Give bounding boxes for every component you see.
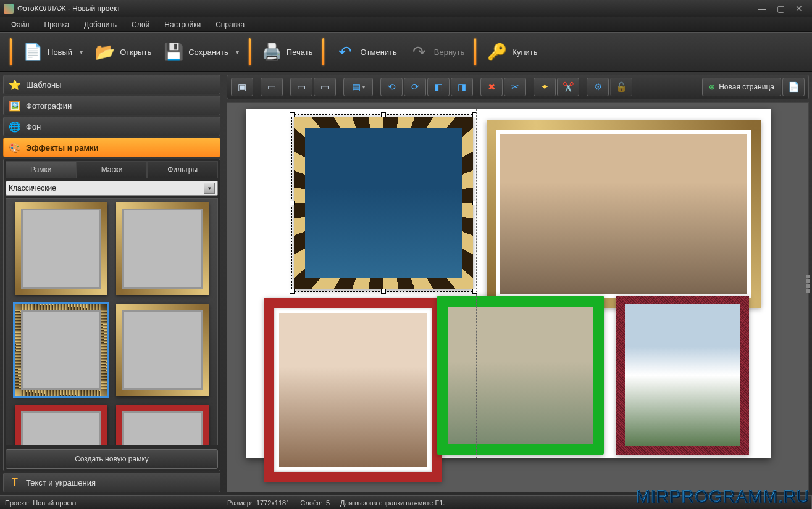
status-layers-value: 5 — [326, 499, 330, 507]
frame-thumb-red[interactable] — [15, 405, 107, 445]
status-help: Для вызова справки нажмите F1. — [335, 496, 812, 509]
side-handle[interactable] — [806, 275, 812, 293]
delete-icon: ✖ — [488, 81, 496, 93]
menu-settings[interactable]: Настройки — [158, 19, 207, 31]
magic-button[interactable]: ✦ — [534, 78, 556, 96]
print-button[interactable]: 🖨️ Печать — [256, 39, 319, 65]
crop-button[interactable]: ✂ — [504, 78, 526, 96]
close-button[interactable]: ✕ — [790, 4, 808, 14]
title-bar: ФотоКОЛЛАЖ - Новый проект — ▢ ✕ — [0, 0, 812, 17]
accordion-label: Текст и украшения — [26, 478, 96, 487]
menu-file[interactable]: Файл — [5, 19, 36, 31]
rotate-left-button[interactable]: ⟲ — [380, 78, 403, 96]
photo-4 — [448, 307, 593, 444]
minimize-button[interactable]: — — [753, 4, 771, 14]
globe-icon: 🌐 — [9, 120, 21, 133]
page-settings-button[interactable]: 📄 — [782, 78, 805, 96]
new-button[interactable]: 📄 Новый ▾ — [17, 39, 89, 65]
lock-button[interactable]: 🔓 — [610, 78, 632, 96]
undo-button[interactable]: ↶ Отменить — [329, 39, 403, 65]
status-size-value: 1772x1181 — [256, 499, 290, 507]
subtab-masks[interactable]: Маски — [77, 161, 148, 178]
status-bar: Проект: Новый проект Размер: 1772x1181 С… — [0, 495, 812, 509]
scissors-icon: ✂️ — [563, 81, 574, 93]
menu-edit[interactable]: Правка — [38, 19, 76, 31]
new-page-button[interactable]: ⊕ Новая страница — [702, 78, 781, 96]
bring-forward-button[interactable]: ▭ — [261, 78, 283, 96]
maximize-button[interactable]: ▢ — [771, 4, 790, 14]
toolbar-divider — [474, 38, 477, 65]
flip-h-icon: ◧ — [434, 81, 443, 93]
dropdown-icon: ▾ — [236, 49, 239, 56]
new-label: Новый — [48, 48, 72, 57]
accordion-photos[interactable]: 🖼️ Фотографии — [3, 96, 220, 115]
app-icon — [4, 4, 14, 14]
send-backward-icon: ▭ — [297, 81, 306, 93]
flip-horizontal-button[interactable]: ◧ — [427, 78, 450, 96]
align-button[interactable]: ▤ — [343, 78, 373, 96]
send-backward-button[interactable]: ▭ — [290, 78, 312, 96]
redo-icon: ↷ — [409, 42, 429, 62]
accordion-label: Шаблоны — [26, 80, 62, 89]
frame-thumb-gold[interactable] — [15, 202, 107, 295]
toolbar-divider — [10, 38, 13, 65]
subtab-frames[interactable]: Рамки — [6, 161, 77, 178]
menu-help[interactable]: Справка — [209, 19, 251, 31]
send-to-back-button[interactable]: ▭ — [314, 78, 336, 96]
frame-thumb-gold[interactable] — [116, 304, 209, 396]
status-layers-label: Слоёв: — [300, 499, 322, 507]
layer-back-button[interactable]: ▣ — [231, 78, 253, 96]
save-label: Сохранить — [188, 48, 228, 57]
open-button[interactable]: 📂 Открыть — [89, 39, 157, 65]
category-select[interactable]: Классические ▾ — [6, 181, 218, 196]
effects-panel: Рамки Маски Фильтры Классические ▾ Созда… — [3, 159, 220, 471]
page-gear-icon: 📄 — [788, 81, 800, 93]
settings-button[interactable]: ⚙ — [587, 78, 609, 96]
accordion-templates[interactable]: ⭐ Шаблоны — [3, 75, 220, 94]
photo-frame-4[interactable] — [437, 296, 604, 455]
accordion-background[interactable]: 🌐 Фон — [3, 117, 220, 136]
print-label: Печать — [287, 48, 313, 57]
accordion-effects-frames[interactable]: 🎨 Эффекты и рамки — [3, 138, 220, 157]
photo-frame-3[interactable] — [264, 298, 442, 482]
canvas-viewport[interactable] — [227, 102, 809, 492]
frame-thumb-ornate[interactable] — [15, 304, 107, 396]
accordion-text-decor[interactable]: T Текст и украшения — [3, 473, 220, 492]
canvas-toolbar: ▣ ▭ ▭ ▭ ▤ ⟲ ⟳ ◧ ◨ ✖ ✂ ✦ ✂️ ⚙ 🔓 ⊕ Нов — [227, 75, 809, 99]
redo-button[interactable]: ↷ Вернуть — [403, 39, 471, 65]
lock-icon: 🔓 — [616, 81, 627, 93]
canvas-area: ▣ ▭ ▭ ▭ ▤ ⟲ ⟳ ◧ ◨ ✖ ✂ ✦ ✂️ ⚙ 🔓 ⊕ Нов — [224, 72, 812, 495]
flip-vertical-button[interactable]: ◨ — [451, 78, 473, 96]
menu-add[interactable]: Добавить — [78, 19, 123, 31]
subtabs: Рамки Маски Фильтры — [6, 161, 218, 178]
collage-page[interactable] — [246, 109, 771, 458]
delete-button[interactable]: ✖ — [480, 78, 503, 96]
cut-button[interactable]: ✂️ — [557, 78, 579, 96]
photo-icon: 🖼️ — [9, 99, 21, 112]
status-size-label: Размер: — [227, 499, 253, 507]
rotate-left-icon: ⟲ — [388, 81, 396, 93]
main-toolbar: 📄 Новый ▾ 📂 Открыть 💾 Сохранить ▾ 🖨️ Печ… — [0, 32, 812, 72]
toolbar-divider — [249, 38, 252, 65]
subtab-filters[interactable]: Фильтры — [147, 161, 218, 178]
menu-bar: Файл Правка Добавить Слой Настройки Спра… — [0, 17, 812, 32]
status-project: Проект: Новый проект — [0, 496, 222, 509]
menu-layer[interactable]: Слой — [125, 19, 156, 31]
photo-frame-5[interactable] — [616, 296, 749, 455]
undo-icon: ↶ — [335, 42, 355, 62]
crop-icon: ✂ — [511, 81, 519, 93]
save-button[interactable]: 💾 Сохранить ▾ — [157, 39, 245, 65]
content-area: ⭐ Шаблоны 🖼️ Фотографии 🌐 Фон 🎨 Эффекты … — [0, 72, 812, 495]
rotate-right-button[interactable]: ⟳ — [404, 78, 426, 96]
photo-frame-2[interactable] — [487, 120, 761, 308]
photo-frame-1[interactable] — [294, 117, 473, 289]
frame-thumb-red[interactable] — [116, 405, 209, 445]
palette-icon: 🎨 — [9, 141, 21, 154]
undo-label: Отменить — [360, 48, 396, 57]
dropdown-icon: ▾ — [80, 49, 83, 56]
buy-button[interactable]: 🔑 Купить — [481, 39, 543, 65]
star-icon: ⭐ — [9, 78, 21, 91]
create-frame-button[interactable]: Создать новую рамку — [6, 449, 218, 469]
frame-thumb-gold[interactable] — [116, 202, 209, 295]
open-label: Открыть — [120, 48, 151, 57]
